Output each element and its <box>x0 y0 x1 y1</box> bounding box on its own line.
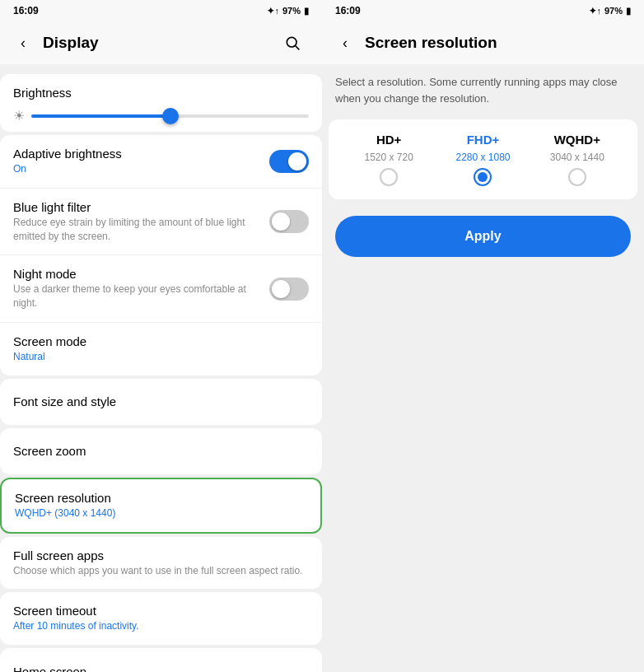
left-panel: 16:09 ✦↑ 97% ▮ ‹ Display Brightness ☀ <box>0 0 322 672</box>
time-right: 16:09 <box>335 5 361 16</box>
brightness-slider[interactable] <box>31 114 309 118</box>
font-size-row[interactable]: Font size and style <box>0 379 322 425</box>
night-mode-toggle[interactable] <box>269 278 309 301</box>
battery-icon-right: ▮ <box>626 6 631 16</box>
adaptive-brightness-title: Adaptive brightness <box>13 147 269 161</box>
resolution-description: Select a resolution. Some currently runn… <box>322 64 644 116</box>
home-screen-title: Home screen <box>13 665 309 672</box>
signal-icon: ✦↑ <box>267 6 279 16</box>
svg-point-0 <box>287 37 296 47</box>
battery-text-right: 97% <box>604 6 623 16</box>
brightness-label: Brightness <box>13 86 309 100</box>
home-screen-card[interactable]: Home screen <box>0 648 322 672</box>
font-size-card[interactable]: Font size and style <box>0 379 322 425</box>
home-screen-text: Home screen <box>13 665 309 672</box>
screen-timeout-card[interactable]: Screen timeout After 10 minutes of inact… <box>0 592 322 645</box>
back-button-right[interactable]: ‹ <box>329 26 362 59</box>
time-left: 16:09 <box>13 5 39 16</box>
screen-zoom-title: Screen zoom <box>13 444 309 458</box>
hd-plus-name: HD+ <box>376 133 401 147</box>
full-screen-apps-row[interactable]: Full screen apps Choose which apps you w… <box>0 537 322 590</box>
screen-zoom-row[interactable]: Screen zoom <box>0 428 322 474</box>
resolution-option-fhd[interactable]: FHD+ 2280 x 1080 <box>436 133 530 186</box>
brightness-section: Brightness ☀ <box>0 74 322 132</box>
night-mode-subtitle: Use a darker theme to keep your eyes com… <box>13 282 269 310</box>
full-screen-apps-title: Full screen apps <box>13 548 309 562</box>
blue-light-toggle[interactable] <box>269 210 309 233</box>
resolution-options-card: HD+ 1520 x 720 FHD+ 2280 x 1080 WQHD+ 30… <box>329 119 637 199</box>
left-scroll: Brightness ☀ Adaptive brightness On <box>0 64 322 672</box>
night-mode-row[interactable]: Night mode Use a darker theme to keep yo… <box>0 255 322 323</box>
blue-light-text: Blue light filter Reduce eye strain by l… <box>13 200 269 244</box>
hd-plus-size: 1520 x 720 <box>364 152 413 163</box>
screen-resolution-subtitle: WQHD+ (3040 x 1440) <box>15 506 307 520</box>
fhd-plus-radio[interactable] <box>474 168 492 186</box>
screen-zoom-text: Screen zoom <box>13 444 309 458</box>
hd-plus-radio[interactable] <box>380 168 398 186</box>
toggle-thumb-2 <box>272 212 290 231</box>
resolution-option-wqhd[interactable]: WQHD+ 3040 x 1440 <box>530 133 624 186</box>
wqhd-plus-radio[interactable] <box>568 168 586 186</box>
font-size-text: Font size and style <box>13 394 309 408</box>
screen-zoom-card[interactable]: Screen zoom <box>0 428 322 474</box>
back-button-left[interactable]: ‹ <box>7 26 40 59</box>
wqhd-plus-name: WQHD+ <box>554 133 600 147</box>
resolution-option-hd[interactable]: HD+ 1520 x 720 <box>342 133 436 186</box>
blue-light-filter-row[interactable]: Blue light filter Reduce eye strain by l… <box>0 189 322 256</box>
fhd-plus-name: FHD+ <box>467 133 500 147</box>
brightness-row: ☀ <box>13 108 309 124</box>
full-screen-apps-card[interactable]: Full screen apps Choose which apps you w… <box>0 537 322 590</box>
full-screen-apps-text: Full screen apps Choose which apps you w… <box>13 548 309 578</box>
slider-thumb <box>162 108 179 124</box>
svg-line-1 <box>296 46 300 50</box>
screen-timeout-text: Screen timeout After 10 minutes of inact… <box>13 604 309 633</box>
battery-text: 97% <box>282 6 301 16</box>
screen-resolution-title: Screen resolution <box>15 491 307 505</box>
blue-light-subtitle: Reduce eye strain by limiting the amount… <box>13 216 269 244</box>
display-title: Display <box>43 34 276 52</box>
blue-light-title: Blue light filter <box>13 200 269 214</box>
full-screen-apps-subtitle: Choose which apps you want to use in the… <box>13 564 309 578</box>
screen-mode-text: Screen mode Natural <box>13 334 309 364</box>
wqhd-plus-size: 3040 x 1440 <box>550 152 604 163</box>
font-size-title: Font size and style <box>13 394 309 408</box>
screen-mode-row[interactable]: Screen mode Natural <box>0 323 322 376</box>
adaptive-brightness-toggle[interactable] <box>269 150 309 173</box>
radio-inner <box>478 172 488 182</box>
adaptive-brightness-row[interactable]: Adaptive brightness On <box>0 135 322 189</box>
night-mode-text: Night mode Use a darker theme to keep yo… <box>13 267 269 310</box>
night-mode-title: Night mode <box>13 267 269 281</box>
screen-timeout-row[interactable]: Screen timeout After 10 minutes of inact… <box>0 592 322 645</box>
right-panel: 16:09 ✦↑ 97% ▮ ‹ Screen resolution Selec… <box>322 0 644 672</box>
display-header: ‹ Display <box>0 21 322 64</box>
search-icon <box>284 35 301 51</box>
adaptive-brightness-subtitle: On <box>13 162 269 176</box>
screen-mode-title: Screen mode <box>13 334 309 348</box>
screen-resolution-row[interactable]: Screen resolution WQHD+ (3040 x 1440) <box>2 479 320 532</box>
apply-button[interactable]: Apply <box>335 216 631 257</box>
resolution-options-list: HD+ 1520 x 720 FHD+ 2280 x 1080 WQHD+ 30… <box>342 133 624 186</box>
resolution-title: Screen resolution <box>365 34 631 52</box>
status-icons-left: ✦↑ 97% ▮ <box>267 6 309 16</box>
sun-icon: ☀ <box>13 108 25 124</box>
display-settings-card: Adaptive brightness On Blue light filter… <box>0 135 322 376</box>
status-bar-right: 16:09 ✦↑ 97% ▮ <box>322 0 644 21</box>
search-button[interactable] <box>276 26 309 59</box>
screen-timeout-subtitle: After 10 minutes of inactivity. <box>13 619 309 633</box>
signal-icon-right: ✦↑ <box>589 6 601 16</box>
fhd-plus-size: 2280 x 1080 <box>455 152 510 163</box>
screen-timeout-title: Screen timeout <box>13 604 309 618</box>
screen-resolution-text: Screen resolution WQHD+ (3040 x 1440) <box>15 491 307 520</box>
toggle-thumb-3 <box>272 280 290 298</box>
screen-resolution-card[interactable]: Screen resolution WQHD+ (3040 x 1440) <box>0 478 322 534</box>
screen-mode-subtitle: Natural <box>13 350 309 364</box>
resolution-header: ‹ Screen resolution <box>322 21 644 64</box>
toggle-thumb <box>288 152 306 170</box>
adaptive-brightness-text: Adaptive brightness On <box>13 147 269 176</box>
home-screen-row[interactable]: Home screen <box>0 648 322 672</box>
battery-icon: ▮ <box>304 6 309 16</box>
status-bar-left: 16:09 ✦↑ 97% ▮ <box>0 0 322 21</box>
status-icons-right: ✦↑ 97% ▮ <box>589 6 631 16</box>
